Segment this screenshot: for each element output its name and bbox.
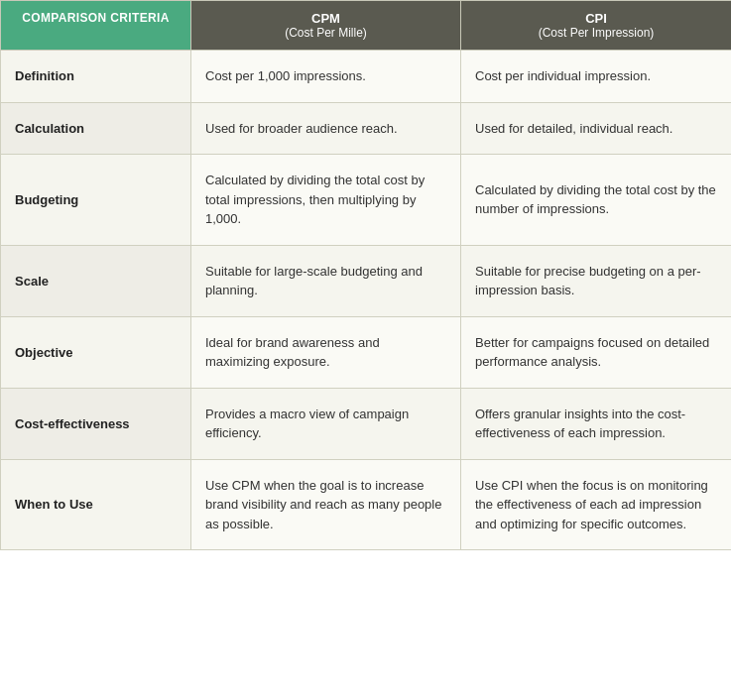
- cpi-cell: Calculated by dividing the total cost by…: [461, 155, 732, 246]
- cpm-cell: Use CPM when the goal is to increase bra…: [191, 459, 461, 550]
- table-row: CalculationUsed for broader audience rea…: [1, 102, 732, 155]
- cpm-cell: Used for broader audience reach.: [191, 102, 461, 155]
- criteria-cell: Scale: [1, 245, 191, 316]
- table-row: DefinitionCost per 1,000 impressions.Cos…: [1, 51, 732, 103]
- table-row: ScaleSuitable for large-scale budgeting …: [1, 245, 732, 316]
- cpm-label: CPM: [311, 11, 340, 26]
- cpm-cell: Cost per 1,000 impressions.: [191, 51, 461, 103]
- cpi-sublabel: (Cost Per Impression): [475, 26, 717, 40]
- cpi-label: CPI: [585, 11, 607, 26]
- criteria-cell: Objective: [1, 316, 191, 388]
- cpi-cell: Suitable for precise budgeting on a per-…: [461, 245, 732, 316]
- cpi-cell: Offers granular insights into the cost-e…: [461, 388, 732, 459]
- comparison-criteria-header: COMPARISON CRITERIA: [1, 1, 191, 51]
- cpi-header: CPI (Cost Per Impression): [461, 1, 732, 51]
- criteria-cell: Calculation: [1, 102, 191, 155]
- criteria-cell: Cost-effectiveness: [1, 388, 191, 459]
- cpm-header: CPM (Cost Per Mille): [191, 1, 461, 51]
- criteria-header-label: COMPARISON CRITERIA: [22, 11, 170, 25]
- table-row: When to UseUse CPM when the goal is to i…: [1, 459, 732, 550]
- criteria-cell: Definition: [1, 51, 191, 103]
- cpi-cell: Used for detailed, individual reach.: [461, 102, 732, 155]
- cpi-cell: Better for campaigns focused on detailed…: [461, 316, 732, 388]
- table-row: Cost-effectivenessProvides a macro view …: [1, 388, 732, 459]
- cpm-sublabel: (Cost Per Mille): [205, 26, 446, 40]
- table-row: BudgetingCalculated by dividing the tota…: [1, 155, 732, 246]
- table-row: ObjectiveIdeal for brand awareness and m…: [1, 316, 732, 388]
- criteria-cell: When to Use: [1, 459, 191, 550]
- cpi-cell: Cost per individual impression.: [461, 51, 732, 103]
- criteria-cell: Budgeting: [1, 155, 191, 246]
- cpm-cell: Calculated by dividing the total cost by…: [191, 155, 461, 246]
- cpm-cell: Ideal for brand awareness and maximizing…: [191, 316, 461, 388]
- cpm-cell: Provides a macro view of campaign effici…: [191, 388, 461, 459]
- cpm-cell: Suitable for large-scale budgeting and p…: [191, 245, 461, 316]
- cpi-cell: Use CPI when the focus is on monitoring …: [461, 459, 732, 550]
